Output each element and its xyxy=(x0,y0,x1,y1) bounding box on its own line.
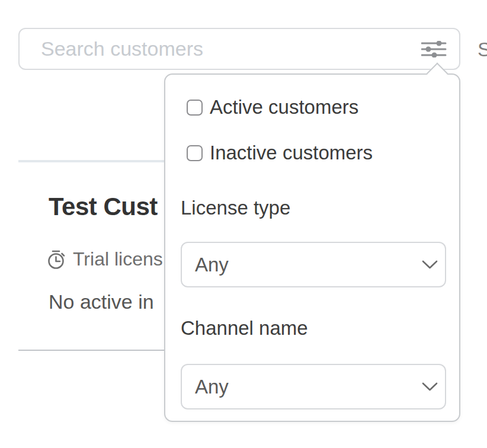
active-customers-checkbox-row[interactable]: Active customers xyxy=(187,96,358,119)
license-badge: Trial licens xyxy=(47,248,163,270)
channel-name-select[interactable]: Any xyxy=(181,364,446,409)
filter-popover: Active customers Inactive customers Lice… xyxy=(164,73,460,422)
chevron-down-icon xyxy=(422,382,438,392)
channel-name-label: Channel name xyxy=(181,316,308,340)
active-customers-checkbox[interactable] xyxy=(187,100,203,116)
license-type-label: License type xyxy=(181,196,290,220)
inactive-customers-label: Inactive customers xyxy=(210,142,373,164)
sort-control-partial[interactable]: S xyxy=(478,38,487,61)
license-type-select-value: Any xyxy=(195,254,229,276)
customer-status-text: No active in xyxy=(49,290,154,313)
customer-name-heading: Test Cust xyxy=(49,193,158,221)
channel-name-select-value: Any xyxy=(195,376,229,398)
license-type-select[interactable]: Any xyxy=(181,242,446,287)
customers-page: Test Cust Trial licens No active in Sear… xyxy=(0,0,487,448)
inactive-customers-checkbox-row[interactable]: Inactive customers xyxy=(187,142,373,164)
license-badge-text: Trial licens xyxy=(73,248,163,270)
sliders-icon xyxy=(421,41,447,57)
chevron-down-icon xyxy=(422,260,438,270)
inactive-customers-checkbox[interactable] xyxy=(187,145,203,161)
filter-button[interactable] xyxy=(419,36,450,62)
search-input[interactable]: Search customers xyxy=(18,28,460,70)
search-placeholder: Search customers xyxy=(41,37,419,60)
active-customers-label: Active customers xyxy=(210,96,358,119)
stopwatch-icon xyxy=(47,249,66,270)
